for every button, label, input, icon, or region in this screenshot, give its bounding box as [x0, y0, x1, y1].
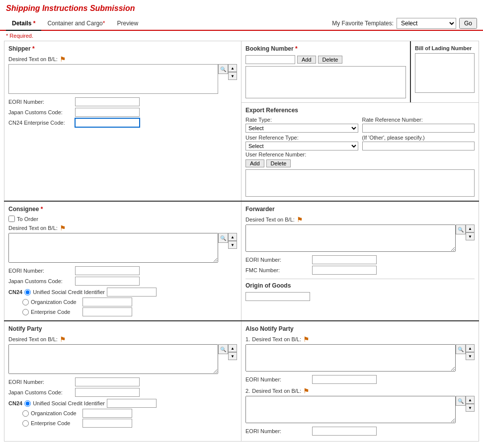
forwarder-section: Forwarder Desired Text on B/L: ⚑ 🔍 ▲ ▼: [245, 206, 475, 275]
consignee-to-order-checkbox[interactable]: [8, 216, 15, 222]
user-ref-list[interactable]: [245, 169, 475, 197]
consignee-cn24-org-radio[interactable]: [22, 299, 29, 305]
tab-container-cargo[interactable]: Container and Cargo*: [41, 17, 111, 30]
forwarder-header: Forwarder: [245, 206, 475, 213]
user-ref-buttons-row: Add Delete: [245, 159, 475, 167]
shipper-eori-input[interactable]: [75, 97, 140, 106]
consignee-scroll-up[interactable]: ▲: [228, 233, 237, 241]
forwarder-textarea[interactable]: [245, 224, 456, 252]
user-ref-delete-btn[interactable]: Delete: [266, 159, 291, 167]
shipper-cn24-input[interactable]: [75, 118, 140, 127]
notify-desired-label: Desired Text on B/L: ⚑: [8, 335, 237, 343]
consignee-cn24-enterprise-label: Enterprise Code: [31, 309, 80, 315]
notify-cn24-enterprise-input[interactable]: [82, 419, 132, 428]
notify-textarea[interactable]: [8, 344, 218, 374]
user-ref-type-label: User Reference Type:: [245, 135, 358, 141]
also-notify-item2-scroll-up[interactable]: ▲: [466, 396, 475, 404]
booking-delete-btn[interactable]: Delete: [318, 56, 343, 64]
tab-details[interactable]: Details *: [6, 17, 41, 31]
consignee-cn24-unified-input[interactable]: [107, 288, 157, 297]
consignee-textarea-container: 🔍 ▲ ▼: [8, 233, 237, 264]
consignee-cn24-org-input[interactable]: [82, 298, 132, 306]
if-other-input[interactable]: [362, 142, 475, 150]
booking-list[interactable]: [245, 66, 406, 98]
notify-cn24-unified-radio[interactable]: [24, 400, 31, 407]
template-label: My Favorite Templates:: [332, 20, 394, 27]
consignee-cn24-enterprise-input[interactable]: [82, 307, 132, 316]
notify-tip-icon[interactable]: ⚑: [60, 335, 66, 343]
notify-search-btn[interactable]: 🔍: [218, 344, 228, 354]
also-notify-item1-eori-label: EORI Number:: [245, 376, 310, 382]
notify-scroll-down[interactable]: ▼: [228, 352, 237, 360]
booking-add-btn[interactable]: Add: [297, 56, 316, 64]
shipper-eori-label: EORI Number:: [8, 99, 73, 105]
notify-cn24-badge: CN24: [8, 400, 22, 406]
origin-input[interactable]: [245, 292, 310, 301]
template-select[interactable]: Select: [397, 18, 456, 29]
consignee-cn24-enterprise-radio[interactable]: [22, 309, 29, 315]
shipper-desired-text-label: Desired Text on B/L: ⚑: [8, 55, 237, 63]
shipper-header: Shipper *: [8, 45, 237, 52]
user-ref-type-select[interactable]: Select: [245, 142, 358, 150]
consignee-cn24-section: CN24 Unified Social Credit Identifier Or…: [8, 288, 237, 316]
also-notify-item2-scroll-down[interactable]: ▼: [466, 404, 475, 412]
shipper-scroll-up[interactable]: ▲: [228, 64, 237, 72]
notify-cn24-enterprise-radio[interactable]: [22, 420, 29, 427]
notify-cn24-unified-input[interactable]: [107, 399, 157, 408]
also-notify-item1-search-btn[interactable]: 🔍: [456, 344, 466, 354]
also-notify-item1-scroll-down[interactable]: ▼: [466, 352, 475, 360]
notify-cn24-org-radio[interactable]: [22, 410, 29, 417]
also-notify-item2-textarea[interactable]: [245, 396, 456, 423]
bill-box[interactable]: [415, 53, 475, 93]
also-notify-item1-textarea[interactable]: [245, 344, 456, 372]
shipper-search-btn[interactable]: 🔍: [218, 64, 228, 74]
forwarder-eori-input[interactable]: [312, 255, 377, 264]
also-notify-item1-eori-input[interactable]: [312, 375, 377, 384]
page-header: Shipping Instructions Submission: [0, 0, 483, 17]
user-ref-type-row: User Reference Type: Select (If 'Other',…: [245, 135, 475, 150]
notify-header: Notify Party: [8, 325, 237, 332]
consignee-japan-input[interactable]: [75, 277, 140, 286]
notify-eori-label: EORI Number:: [8, 379, 73, 385]
forwarder-scroll-up[interactable]: ▲: [466, 224, 475, 232]
also-notify-item2-eori-input[interactable]: [312, 427, 377, 436]
shipper-japan-label: Japan Customs Code:: [8, 109, 73, 115]
also-notify-section: Also Notify Party 1. Desired Text on B/L…: [242, 321, 479, 441]
booking-bill-row: Booking Number * Add Delete Bill o: [242, 41, 479, 103]
also-notify-item2-tip-icon[interactable]: ⚑: [303, 387, 310, 395]
consignee-textarea[interactable]: [8, 233, 218, 263]
notify-scroll-up[interactable]: ▲: [228, 344, 237, 352]
rate-ref-input[interactable]: [362, 124, 475, 133]
also-notify-item1-desired-label: Desired Text on B/L:: [252, 336, 301, 342]
shipper-scroll-down[interactable]: ▼: [228, 72, 237, 80]
forwarder-tip-icon[interactable]: ⚑: [297, 216, 303, 224]
shipper-japan-input[interactable]: [75, 108, 140, 117]
consignee-header: Consignee *: [8, 206, 237, 213]
consignee-search-btn[interactable]: 🔍: [218, 233, 228, 243]
also-notify-item1-scroll-up[interactable]: ▲: [466, 344, 475, 352]
shipper-eori-row: EORI Number:: [8, 97, 237, 106]
user-ref-add-btn[interactable]: Add: [245, 159, 264, 167]
forwarder-search-btn[interactable]: 🔍: [456, 224, 466, 234]
booking-input[interactable]: [245, 55, 295, 64]
shipper-tip-icon[interactable]: ⚑: [60, 55, 66, 63]
also-notify-item1-tip-icon[interactable]: ⚑: [303, 335, 310, 343]
also-notify-item2-search-btn[interactable]: 🔍: [456, 396, 466, 406]
consignee-japan-label: Japan Customs Code:: [8, 278, 73, 284]
row2: Consignee * To Order Desired Text on B/L…: [4, 202, 479, 320]
forwarder-scroll-down[interactable]: ▼: [466, 232, 475, 240]
tab-preview[interactable]: Preview: [111, 17, 144, 30]
shipper-textarea[interactable]: [8, 64, 218, 94]
notify-japan-input[interactable]: [75, 388, 140, 397]
template-go-button[interactable]: Go: [459, 18, 477, 29]
consignee-eori-input[interactable]: [75, 266, 140, 275]
consignee-scroll-down[interactable]: ▼: [228, 241, 237, 249]
template-bar: My Favorite Templates: Select Go: [332, 18, 477, 29]
rate-type-select[interactable]: Select: [245, 124, 358, 133]
forwarder-fmc-input[interactable]: [312, 266, 377, 275]
consignee-cn24-unified-radio[interactable]: [24, 289, 31, 296]
consignee-tip-icon[interactable]: ⚑: [60, 224, 66, 232]
notify-cn24-org-input[interactable]: [82, 409, 132, 418]
notify-eori-input[interactable]: [75, 377, 140, 386]
origin-header: Origin of Goods: [245, 282, 475, 289]
